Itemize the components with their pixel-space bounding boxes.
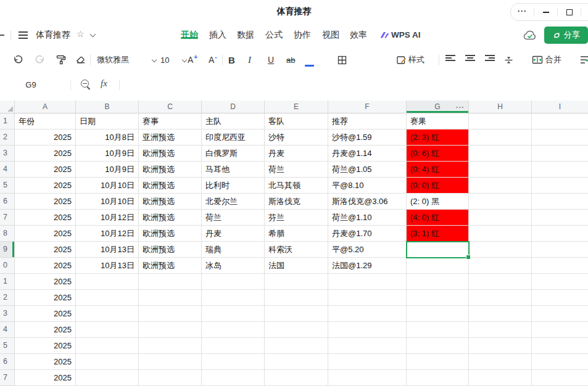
- cell-G8[interactable]: (3: 1) 红: [407, 226, 469, 242]
- cell-G3[interactable]: (0: 6) 红: [407, 146, 469, 162]
- cell-G17[interactable]: [407, 370, 469, 386]
- cell-H6[interactable]: [469, 194, 532, 210]
- name-box[interactable]: G9: [0, 73, 62, 97]
- row-header-12[interactable]: 2: [0, 290, 15, 306]
- cell-B4[interactable]: 10月9日: [76, 162, 139, 178]
- cell-G9[interactable]: [407, 242, 469, 258]
- row-header-5[interactable]: 5: [0, 178, 15, 194]
- cell-A15[interactable]: 2025: [15, 338, 76, 354]
- row-header-17[interactable]: 7: [0, 370, 15, 386]
- cell-A9[interactable]: 2025: [15, 242, 76, 258]
- tab-collab[interactable]: 协作: [292, 30, 313, 41]
- select-all-corner[interactable]: [0, 101, 15, 113]
- cell-C1[interactable]: 赛事: [139, 113, 202, 129]
- cell-A6[interactable]: 2025: [15, 194, 76, 210]
- cell-F2[interactable]: 沙特@1.59: [328, 129, 407, 146]
- cell-C7[interactable]: 欧洲预选: [139, 210, 202, 226]
- cell-C4[interactable]: 欧洲预选: [139, 162, 202, 178]
- cell-E1[interactable]: 客队: [265, 113, 328, 129]
- cell-D3[interactable]: 白俄罗斯: [202, 146, 265, 162]
- tab-efficiency[interactable]: 效率: [348, 30, 369, 41]
- cell-C10[interactable]: 欧洲预选: [139, 258, 202, 274]
- cell-B8[interactable]: 10月12日: [76, 226, 139, 242]
- format-painter-button[interactable]: [56, 54, 67, 66]
- row-header-4[interactable]: 4: [0, 162, 15, 178]
- cell-A11[interactable]: 2025: [15, 274, 76, 290]
- cell-E9[interactable]: 科索沃: [265, 242, 328, 258]
- cell-D12[interactable]: [202, 290, 265, 306]
- cell-C16[interactable]: [139, 354, 202, 370]
- favorite-star-icon[interactable]: ☆: [77, 29, 85, 39]
- cell-B5[interactable]: 10月10日: [76, 178, 139, 194]
- cell-G10[interactable]: [407, 258, 469, 274]
- cell-F8[interactable]: 丹麦@1.70: [328, 226, 407, 242]
- cell-C13[interactable]: [139, 306, 202, 322]
- cell-F10[interactable]: 法国@1.29: [328, 258, 407, 274]
- cell-I2[interactable]: [532, 129, 588, 146]
- font-name-select[interactable]: 微软雅黑: [94, 54, 159, 66]
- cell-B7[interactable]: 10月12日: [76, 210, 139, 226]
- tab-home[interactable]: 开始: [179, 30, 200, 41]
- increase-font-button[interactable]: A+: [188, 54, 197, 66]
- cell-A14[interactable]: 2025: [15, 322, 76, 338]
- cell-F3[interactable]: 丹麦@1.14: [328, 146, 407, 162]
- cell-A13[interactable]: 2025: [15, 306, 76, 322]
- row-header-6[interactable]: 6: [0, 194, 15, 210]
- cell-C12[interactable]: [139, 290, 202, 306]
- cell-E5[interactable]: 北马其顿: [265, 178, 328, 194]
- cell-H17[interactable]: [469, 370, 532, 386]
- cell-D7[interactable]: 荷兰: [202, 210, 265, 226]
- cell-I11[interactable]: [532, 274, 588, 290]
- cell-E7[interactable]: 芬兰: [265, 210, 328, 226]
- cell-B9[interactable]: 10月13日: [76, 242, 139, 258]
- cell-D1[interactable]: 主队: [202, 113, 265, 129]
- cell-B6[interactable]: 10月10日: [76, 194, 139, 210]
- cell-B2[interactable]: 10月8日: [76, 129, 139, 146]
- cell-C6[interactable]: 欧洲预选: [139, 194, 202, 210]
- cell-H5[interactable]: [469, 178, 532, 194]
- more-options-button[interactable]: ···: [511, 4, 534, 20]
- wrap-text-icon[interactable]: [580, 54, 588, 66]
- cell-B3[interactable]: 10月9日: [76, 146, 139, 162]
- cell-style-button[interactable]: 样式: [408, 54, 424, 66]
- fx-button[interactable]: fx: [101, 78, 107, 89]
- cell-G14[interactable]: [407, 322, 469, 338]
- cell-C14[interactable]: [139, 322, 202, 338]
- cell-A4[interactable]: 2025: [15, 162, 76, 178]
- cell-B12[interactable]: [76, 290, 139, 306]
- cell-A1[interactable]: 年份: [15, 113, 76, 129]
- wps-ai-logo-icon[interactable]: [379, 30, 390, 40]
- cell-F14[interactable]: [328, 322, 407, 338]
- cell-D15[interactable]: [202, 338, 265, 354]
- column-header-F[interactable]: F: [328, 101, 407, 113]
- cell-G1[interactable]: 赛果: [407, 113, 469, 129]
- back-arrow-icon[interactable]: [0, 35, 4, 36]
- row-header-7[interactable]: 7: [0, 210, 15, 226]
- cell-F13[interactable]: [328, 306, 407, 322]
- cell-E17[interactable]: [265, 370, 328, 386]
- cell-D2[interactable]: 印度尼西亚: [202, 129, 265, 146]
- tab-insert[interactable]: 插入: [207, 30, 228, 41]
- cell-D13[interactable]: [202, 306, 265, 322]
- cell-G2[interactable]: (2: 3) 红: [407, 129, 469, 146]
- tab-formulas[interactable]: 公式: [263, 30, 284, 41]
- row-header-15[interactable]: 5: [0, 338, 15, 354]
- cell-A2[interactable]: 2025: [15, 129, 76, 146]
- cell-H14[interactable]: [469, 322, 532, 338]
- cell-E8[interactable]: 希腊: [265, 226, 328, 242]
- share-button[interactable]: 分享: [544, 27, 588, 44]
- tab-view[interactable]: 视图: [320, 30, 341, 41]
- cell-E15[interactable]: [265, 338, 328, 354]
- cell-I17[interactable]: [532, 370, 588, 386]
- cell-H7[interactable]: [469, 210, 532, 226]
- underline-button[interactable]: U: [268, 54, 274, 66]
- cell-H3[interactable]: [469, 146, 532, 162]
- italic-button[interactable]: I: [248, 54, 251, 66]
- cell-D4[interactable]: 马耳他: [202, 162, 265, 178]
- decrease-font-button[interactable]: A-: [209, 54, 217, 66]
- cell-G6[interactable]: (2: 0) 黑: [407, 194, 469, 210]
- cell-H8[interactable]: [469, 226, 532, 242]
- borders-button[interactable]: [337, 54, 347, 66]
- search-icon[interactable]: [81, 80, 89, 88]
- cell-C2[interactable]: 亚洲预选: [139, 129, 202, 146]
